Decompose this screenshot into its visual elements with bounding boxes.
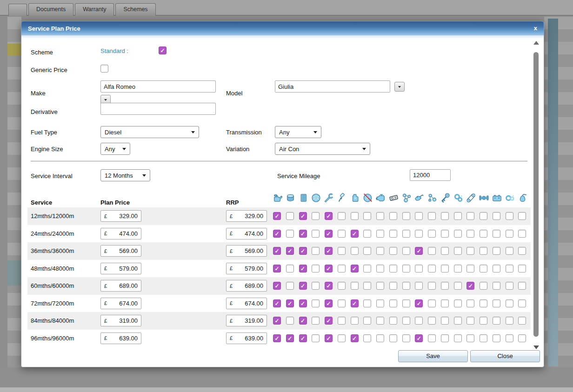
service-item-checkbox[interactable] — [299, 299, 307, 307]
rrp-input[interactable]: £579.00 — [226, 263, 267, 274]
service-item-checkbox[interactable] — [518, 247, 526, 255]
service-item-checkbox[interactable] — [389, 247, 397, 255]
service-item-checkbox[interactable] — [493, 230, 500, 238]
service-item-checkbox[interactable] — [466, 247, 474, 255]
service-item-checkbox[interactable] — [428, 299, 436, 307]
service-item-checkbox[interactable] — [506, 334, 513, 342]
service-item-checkbox[interactable] — [299, 317, 307, 325]
service-item-checkbox[interactable] — [351, 230, 359, 238]
generic-price-checkbox[interactable] — [100, 65, 108, 73]
service-item-checkbox[interactable] — [402, 282, 410, 290]
service-item-checkbox[interactable] — [454, 282, 462, 290]
service-item-checkbox[interactable] — [493, 299, 500, 307]
service-item-checkbox[interactable] — [363, 299, 371, 307]
service-item-checkbox[interactable] — [299, 282, 307, 290]
service-item-checkbox[interactable] — [325, 282, 333, 290]
service-item-checkbox[interactable] — [389, 334, 397, 342]
service-item-checkbox[interactable] — [415, 299, 423, 307]
service-item-checkbox[interactable] — [428, 212, 436, 220]
service-item-checkbox[interactable] — [376, 212, 384, 220]
rrp-input[interactable]: £474.00 — [226, 228, 267, 239]
service-item-checkbox[interactable] — [312, 299, 320, 307]
service-item-checkbox[interactable] — [454, 317, 462, 325]
derivative-input[interactable] — [100, 103, 216, 115]
service-item-checkbox[interactable] — [351, 334, 359, 342]
service-item-checkbox[interactable] — [312, 230, 320, 238]
service-item-checkbox[interactable] — [338, 334, 346, 342]
service-item-checkbox[interactable] — [402, 230, 410, 238]
service-item-checkbox[interactable] — [273, 317, 281, 325]
service-item-checkbox[interactable] — [441, 212, 449, 220]
service-item-checkbox[interactable] — [389, 299, 397, 307]
service-item-checkbox[interactable] — [441, 299, 449, 307]
service-item-checkbox[interactable] — [299, 334, 307, 342]
service-item-checkbox[interactable] — [376, 317, 384, 325]
service-item-checkbox[interactable] — [286, 299, 294, 307]
service-mileage-input[interactable] — [410, 169, 451, 181]
rrp-input[interactable]: £639.00 — [226, 332, 267, 344]
service-item-checkbox[interactable] — [351, 212, 359, 220]
plan-price-input[interactable]: £689.00 — [100, 280, 141, 292]
scroll-down-icon[interactable] — [533, 345, 539, 349]
service-item-checkbox[interactable] — [415, 334, 423, 342]
service-item-checkbox[interactable] — [506, 230, 513, 238]
service-item-checkbox[interactable] — [351, 299, 359, 307]
close-icon[interactable]: x — [534, 25, 537, 32]
plan-price-input[interactable]: £319.00 — [100, 315, 141, 326]
service-item-checkbox[interactable] — [518, 265, 526, 272]
save-button[interactable]: Save — [398, 350, 468, 362]
service-item-checkbox[interactable] — [428, 247, 436, 255]
rrp-input[interactable]: £319.00 — [226, 315, 267, 326]
service-item-checkbox[interactable] — [389, 317, 397, 325]
service-item-checkbox[interactable] — [454, 247, 462, 255]
service-item-checkbox[interactable] — [480, 317, 487, 325]
service-item-checkbox[interactable] — [506, 299, 513, 307]
service-item-checkbox[interactable] — [273, 247, 281, 255]
service-item-checkbox[interactable] — [402, 317, 410, 325]
service-item-checkbox[interactable] — [402, 265, 410, 272]
model-dropdown-button[interactable] — [394, 82, 405, 92]
service-item-checkbox[interactable] — [376, 230, 384, 238]
service-item-checkbox[interactable] — [493, 212, 500, 220]
service-item-checkbox[interactable] — [518, 212, 526, 220]
service-item-checkbox[interactable] — [325, 299, 333, 307]
service-item-checkbox[interactable] — [338, 265, 346, 272]
transmission-select[interactable]: Any — [275, 126, 321, 138]
service-item-checkbox[interactable] — [466, 230, 474, 238]
service-item-checkbox[interactable] — [286, 230, 294, 238]
service-item-checkbox[interactable] — [376, 299, 384, 307]
service-item-checkbox[interactable] — [312, 334, 320, 342]
plan-price-input[interactable]: £474.00 — [100, 228, 141, 239]
plan-price-input[interactable]: £329.00 — [100, 210, 141, 222]
service-item-checkbox[interactable] — [273, 299, 281, 307]
service-item-checkbox[interactable] — [338, 247, 346, 255]
service-item-checkbox[interactable] — [363, 247, 371, 255]
plan-price-input[interactable]: £569.00 — [100, 245, 141, 257]
service-item-checkbox[interactable] — [376, 247, 384, 255]
service-item-checkbox[interactable] — [286, 247, 294, 255]
scroll-up-icon[interactable] — [533, 41, 539, 45]
scrollbar-thumb[interactable] — [533, 52, 539, 337]
service-item-checkbox[interactable] — [506, 247, 513, 255]
service-item-checkbox[interactable] — [480, 282, 487, 290]
service-item-checkbox[interactable] — [286, 265, 294, 272]
service-item-checkbox[interactable] — [351, 317, 359, 325]
service-item-checkbox[interactable] — [299, 265, 307, 272]
service-item-checkbox[interactable] — [506, 212, 513, 220]
service-item-checkbox[interactable] — [428, 282, 436, 290]
variation-select[interactable]: Air Con — [275, 143, 370, 155]
plan-price-input[interactable]: £674.00 — [100, 298, 141, 309]
service-item-checkbox[interactable] — [480, 230, 487, 238]
service-item-checkbox[interactable] — [273, 265, 281, 272]
service-item-checkbox[interactable] — [376, 334, 384, 342]
service-item-checkbox[interactable] — [338, 230, 346, 238]
service-item-checkbox[interactable] — [299, 212, 307, 220]
service-item-checkbox[interactable] — [466, 265, 474, 272]
service-item-checkbox[interactable] — [518, 317, 526, 325]
service-item-checkbox[interactable] — [441, 247, 449, 255]
service-item-checkbox[interactable] — [351, 282, 359, 290]
service-item-checkbox[interactable] — [480, 265, 487, 272]
service-item-checkbox[interactable] — [273, 282, 281, 290]
service-item-checkbox[interactable] — [389, 282, 397, 290]
model-input[interactable] — [275, 80, 390, 93]
